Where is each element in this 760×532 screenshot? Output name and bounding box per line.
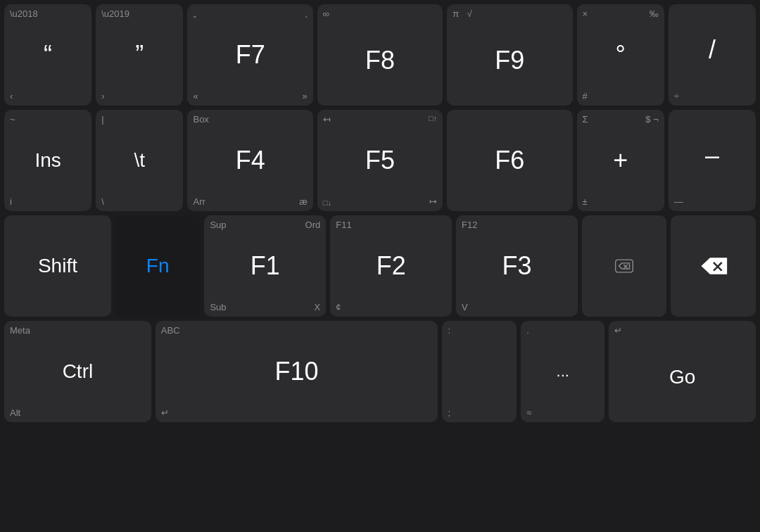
key-f7[interactable]: „ , F7 « » xyxy=(187,4,312,106)
key-main-label: F4 xyxy=(193,125,307,196)
key-label-bl: □↓ xyxy=(323,198,331,207)
key-shift[interactable]: Shift xyxy=(4,215,111,317)
key-degree[interactable]: × ‰ ° # xyxy=(577,4,664,106)
key-colon[interactable]: : ; xyxy=(442,321,517,422)
key-label-top: \u2018 xyxy=(10,8,38,19)
key-label-tl: ↤ xyxy=(323,114,331,125)
keyboard: \u2018 “ ‹ \u2019 ” › „ , F7 « xyxy=(0,0,760,532)
key-main-label: F3 xyxy=(462,230,572,302)
key-main-label: – xyxy=(674,114,750,196)
backspace-icon xyxy=(676,220,750,312)
key-tab[interactable]: | \t \ xyxy=(96,110,183,211)
key-main-label: F2 xyxy=(336,230,446,302)
key-label-bl: ≈ xyxy=(526,407,531,418)
key-label-tl: Sup xyxy=(210,220,226,230)
key-label-tl: . xyxy=(526,325,529,336)
key-label-tr: ABC xyxy=(161,325,180,336)
key-main-label: \t xyxy=(101,125,177,196)
key-label-bl: ; xyxy=(448,407,450,418)
keyboard-row-2: ~ Ins i | \t \ Box F4 Arr æ xyxy=(4,110,756,211)
key-f1[interactable]: Sup Ord F1 Sub X xyxy=(204,215,326,317)
key-label-tr: π √ xyxy=(452,8,475,19)
key-main-label: Fn xyxy=(121,220,195,312)
key-label-br: ÷ xyxy=(674,91,679,101)
key-label-br: Alt xyxy=(10,407,20,418)
key-label-tl: : xyxy=(448,325,450,336)
key-main-label: / xyxy=(674,8,750,91)
key-label-tr: , xyxy=(305,8,308,19)
key-main-label: ... xyxy=(526,336,599,407)
key-label-bl: V xyxy=(462,302,468,312)
key-main-label: “ xyxy=(10,19,86,91)
key-right-dquote[interactable]: \u2019 ” › xyxy=(96,4,183,106)
key-label-tl: ↵ xyxy=(614,325,622,336)
key-f10[interactable]: ABC F10 ↵ xyxy=(156,321,438,422)
key-label-tr: F12 xyxy=(462,220,477,230)
svg-rect-0 xyxy=(616,260,633,272)
key-backspace[interactable] xyxy=(671,215,756,317)
key-f8[interactable]: ∞ F8 xyxy=(317,4,443,106)
key-f3[interactable]: F12 F3 V xyxy=(456,215,578,317)
key-label-br: \ xyxy=(101,196,104,207)
key-label-tl: × xyxy=(583,8,588,19)
key-main-label: Shift xyxy=(10,220,106,312)
key-f6[interactable]: F6 xyxy=(447,110,572,211)
key-ins[interactable]: ~ Ins i xyxy=(4,110,91,211)
key-label-tr: ∞ xyxy=(323,8,329,19)
key-f2[interactable]: F11 F2 ¢ xyxy=(330,215,452,317)
key-label-bottom: ‹ xyxy=(10,91,13,101)
key-backspace-outline[interactable] xyxy=(582,215,667,317)
key-label-bl: ± xyxy=(583,196,588,207)
key-main-label: F1 xyxy=(210,230,320,302)
key-left-dquote[interactable]: \u2018 “ ‹ xyxy=(4,4,91,106)
key-label-tr: $ ¬ xyxy=(645,114,658,125)
key-ellipsis[interactable]: . ... ≈ xyxy=(521,321,604,422)
key-fn[interactable]: Fn xyxy=(115,215,201,317)
key-main-label: F6 xyxy=(452,114,566,207)
key-slash[interactable]: / ÷ xyxy=(669,4,756,106)
keyboard-row-5: Meta Ctrl Alt ABC F10 ↵ : ; xyxy=(4,321,756,422)
key-label-bl: « xyxy=(193,91,198,101)
key-main-label: Ins xyxy=(10,125,86,196)
key-f5[interactable]: ↤ □↑ F5 □↓ ↦ xyxy=(317,110,443,211)
key-label-tl: Σ xyxy=(583,114,588,125)
key-f4[interactable]: Box F4 Arr æ xyxy=(187,110,312,211)
key-label-tr: | xyxy=(101,114,103,125)
key-label-bl: # xyxy=(583,91,588,101)
key-main-label: F8 xyxy=(323,19,437,101)
key-label-br: » xyxy=(303,91,308,101)
key-label-bl: Sub xyxy=(210,302,226,312)
key-label-tr: Ord xyxy=(305,220,321,230)
key-label-tl: ~ xyxy=(10,114,15,125)
key-label-bottom: › xyxy=(101,91,104,101)
key-main-label: ° xyxy=(583,19,659,91)
key-main-label: F10 xyxy=(161,336,433,407)
key-label-tr: F11 xyxy=(336,220,351,230)
key-label-tr: ‰ xyxy=(650,8,659,19)
backspace-outline-icon xyxy=(588,220,661,312)
key-label-bl: — xyxy=(674,196,683,207)
key-label-tl: „ xyxy=(193,8,196,19)
keyboard-row-1: \u2018 “ ‹ \u2019 ” › „ , F7 « xyxy=(4,4,756,106)
key-main-label: F9 xyxy=(452,19,566,101)
key-label-br: æ xyxy=(299,196,308,207)
key-main-label: Go xyxy=(614,336,750,418)
key-f9[interactable]: π √ F9 xyxy=(447,4,572,106)
key-main-label: Ctrl xyxy=(10,336,146,407)
key-label-tr: □↑ xyxy=(429,114,437,122)
key-label-br: ↵ xyxy=(161,407,169,418)
key-main-label: F5 xyxy=(323,125,437,196)
key-label-tl: Box xyxy=(193,114,208,125)
key-ctrl[interactable]: Meta Ctrl Alt xyxy=(4,321,151,422)
key-label-tr: Meta xyxy=(10,325,30,336)
key-main-label: F7 xyxy=(193,19,307,91)
key-label-bl: Arr xyxy=(193,196,205,207)
key-main-label: + xyxy=(583,125,659,196)
key-main-label: ” xyxy=(101,19,177,91)
key-label-bl: i xyxy=(10,196,12,207)
key-minus[interactable]: – — xyxy=(669,110,756,211)
key-label-br: ¢ xyxy=(336,302,341,312)
key-label-br: X xyxy=(315,302,321,312)
key-go[interactable]: ↵ Go xyxy=(609,321,756,422)
key-plus[interactable]: Σ $ ¬ + ± xyxy=(577,110,664,211)
